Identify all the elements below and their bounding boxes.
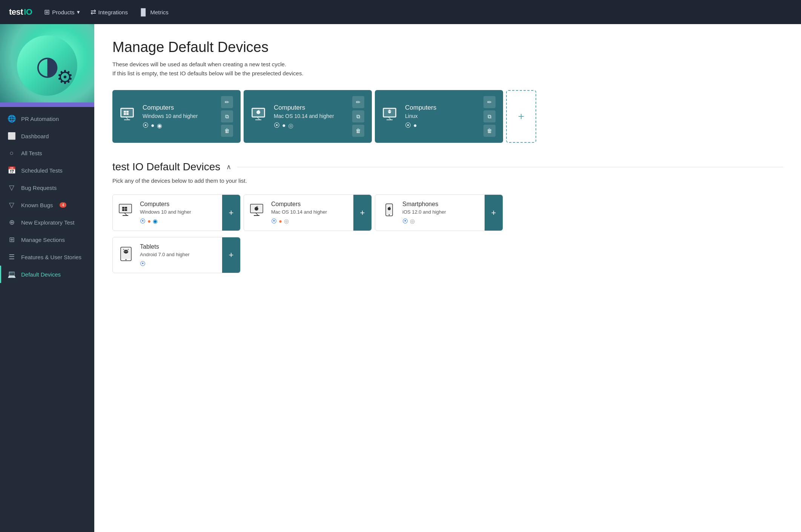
safari-icon <box>410 218 415 225</box>
sidebar-nav: 🌐 PR Automation ⬜ Dashboard ○ All Tests … <box>0 107 94 286</box>
my-device-info-mac: Computers Mac OS 10.14 and higher <box>274 104 348 129</box>
default-devices-section-title: test IO Default Devices <box>112 161 220 173</box>
copy-mac-device-button[interactable]: ⧉ <box>352 110 364 122</box>
default-device-subtitle-windows: Windows 10 and higher <box>140 209 218 215</box>
edit-mac-device-button[interactable]: ✏ <box>352 96 364 108</box>
section-divider <box>237 167 783 167</box>
sidebar-item-scheduled-tests[interactable]: 📅 Scheduled Tests <box>0 162 94 179</box>
edit-device-button[interactable]: ✏ <box>221 96 233 108</box>
sidebar-item-bug-requests[interactable]: ▽ Bug Requests <box>0 179 94 196</box>
my-device-title-windows: Computers <box>143 104 217 112</box>
sidebar-item-default-devices[interactable]: 💻 Default Devices <box>0 266 94 283</box>
my-device-actions-mac: ✏ ⧉ 🗑 <box>352 96 364 137</box>
logo[interactable]: test IO <box>9 7 32 17</box>
default-devices-description: Pick any of the devices below to add the… <box>112 177 783 184</box>
chrome-icon <box>405 122 411 129</box>
sidebar-label-manage-sections: Manage Sections <box>21 237 65 243</box>
topnav-item-integrations[interactable]: ⇄ Integrations <box>91 8 128 16</box>
my-device-browsers-linux <box>405 122 480 129</box>
default-devices-row-2: Tablets Android 7.0 and higher + <box>112 237 783 273</box>
svg-rect-27 <box>122 207 124 209</box>
add-windows-device-button[interactable]: + <box>222 195 240 231</box>
my-device-subtitle-linux: Linux <box>405 113 480 119</box>
sidebar-item-known-bugs[interactable]: ▽ Known Bugs 4 <box>0 196 94 214</box>
default-smartphone-icon <box>381 203 397 222</box>
avatar-bar <box>0 102 94 107</box>
svg-line-25 <box>124 213 127 215</box>
sidebar-label-bug-requests: Bug Requests <box>21 185 57 191</box>
layout: ◑ ⚙ 🌐 PR Automation ⬜ Dashboard ○ All Te… <box>0 24 801 532</box>
copy-device-button[interactable]: ⧉ <box>221 110 233 122</box>
default-device-subtitle-mac: Mac OS 10.14 and higher <box>271 209 350 215</box>
topnav-items: ⊞ Products ▾ ⇄ Integrations ▐▌ Metrics <box>44 8 168 16</box>
sidebar-item-features-stories[interactable]: ☰ Features & User Stories <box>0 248 94 266</box>
svg-point-14 <box>256 110 260 114</box>
default-device-title-tablets: Tablets <box>140 243 218 250</box>
add-tablets-device-button[interactable]: + <box>222 237 240 273</box>
svg-line-12 <box>257 117 259 119</box>
topnav-item-metrics[interactable]: ▐▌ Metrics <box>138 8 169 16</box>
my-device-actions-linux: ✏ ⧉ 🗑 <box>483 96 496 137</box>
firefox-icon <box>279 218 282 225</box>
my-device-subtitle-mac: Mac OS 10.14 and higher <box>274 113 348 119</box>
delete-linux-device-button[interactable]: 🗑 <box>483 125 496 137</box>
chrome-icon <box>140 260 146 267</box>
sidebar-item-all-tests[interactable]: ○ All Tests <box>0 145 94 162</box>
default-device-browsers-smartphones <box>402 218 481 225</box>
top-navigation: test IO ⊞ Products ▾ ⇄ Integrations ▐▌ M… <box>0 0 801 24</box>
svg-rect-29 <box>122 209 124 211</box>
sidebar-item-dashboard[interactable]: ⬜ Dashboard <box>0 127 94 145</box>
my-device-info-windows: Computers Windows 10 and higher <box>143 104 217 129</box>
default-device-subtitle-tablets: Android 7.0 and higher <box>140 252 218 257</box>
default-device-info-tablets: Tablets Android 7.0 and higher <box>140 243 218 267</box>
default-tablet-icon <box>119 246 135 265</box>
svg-rect-26 <box>123 215 128 216</box>
svg-point-39 <box>388 207 391 210</box>
default-device-card-smartphones: Smartphones iOS 12.0 and higher + <box>375 194 503 231</box>
add-smartphones-device-button[interactable]: + <box>485 195 503 231</box>
my-device-browsers-mac <box>274 122 348 129</box>
default-windows-icon <box>119 203 135 222</box>
my-device-info-linux: Computers Linux <box>405 104 480 129</box>
sidebar-item-new-exploratory[interactable]: ⊕ New Exploratory Test <box>0 214 94 231</box>
svg-point-35 <box>255 207 258 211</box>
chrome-icon <box>402 218 408 225</box>
logo-io: IO <box>24 7 32 17</box>
safari-icon <box>288 122 293 129</box>
avatar-shape: ◑ <box>36 52 59 79</box>
features-icon: ☰ <box>8 253 16 261</box>
copy-linux-device-button[interactable]: ⧉ <box>483 110 496 122</box>
plus-icon: + <box>518 110 524 122</box>
add-device-button[interactable]: + <box>506 90 536 143</box>
delete-device-button[interactable]: 🗑 <box>221 125 233 137</box>
sidebar-label-default-devices: Default Devices <box>21 271 61 278</box>
sidebar-label-features-stories: Features & User Stories <box>21 254 81 260</box>
svg-point-21 <box>388 111 389 112</box>
svg-point-43 <box>124 250 128 254</box>
main-content: Manage Default Devices These devices wil… <box>94 24 801 532</box>
add-mac-device-button[interactable]: + <box>353 195 371 231</box>
sidebar-label-pr-automation: PR Automation <box>21 116 59 122</box>
avatar-circle: ◑ ⚙ <box>17 35 77 96</box>
svg-rect-4 <box>124 119 130 120</box>
my-device-subtitle-windows: Windows 10 and higher <box>143 113 217 119</box>
mac-device-icon <box>251 107 268 127</box>
default-device-info-mac: Computers Mac OS 10.14 and higher <box>271 201 350 225</box>
chrome-icon <box>140 218 146 225</box>
metrics-icon: ▐▌ <box>138 8 148 16</box>
default-device-title-mac: Computers <box>271 201 350 208</box>
calendar-icon: 📅 <box>8 166 16 174</box>
delete-mac-device-button[interactable]: 🗑 <box>352 125 364 137</box>
linux-device-icon <box>382 107 399 127</box>
sidebar-label-scheduled-tests: Scheduled Tests <box>21 167 63 174</box>
grid-icon: ⊞ <box>44 8 50 16</box>
logo-text: test <box>9 7 23 17</box>
section-collapse-button[interactable]: ∧ <box>226 163 231 171</box>
topnav-item-products[interactable]: ⊞ Products ▾ <box>44 8 80 16</box>
firefox-icon <box>413 122 417 129</box>
svg-point-20 <box>388 110 391 113</box>
sidebar-item-pr-automation[interactable]: 🌐 PR Automation <box>0 110 94 127</box>
firefox-icon <box>151 122 155 129</box>
edit-linux-device-button[interactable]: ✏ <box>483 96 496 108</box>
sidebar-item-manage-sections[interactable]: ⊞ Manage Sections <box>0 231 94 248</box>
